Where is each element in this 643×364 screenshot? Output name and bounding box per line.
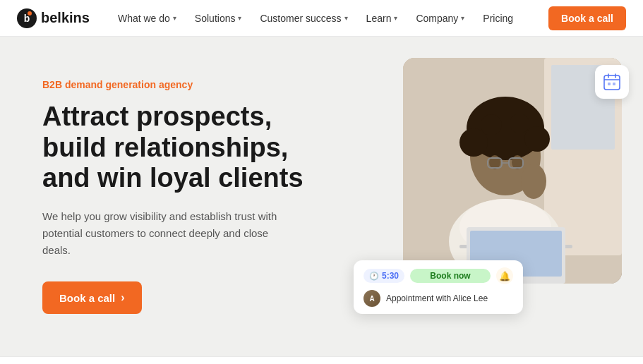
brand-name: belkins bbox=[41, 10, 90, 26]
chevron-down-icon: ▾ bbox=[344, 14, 348, 22]
hero-book-call-button[interactable]: Book a call › bbox=[42, 281, 142, 314]
chevron-down-icon: ▾ bbox=[173, 14, 176, 22]
hero-section: B2B demand generation agency Attract pro… bbox=[0, 37, 643, 356]
notif-appointment-text: Appointment with Alice Lee bbox=[386, 293, 488, 303]
arrow-right-icon: › bbox=[121, 291, 124, 304]
svg-rect-8 bbox=[613, 83, 615, 85]
avatar: A bbox=[363, 290, 380, 307]
svg-point-2 bbox=[28, 11, 32, 16]
navigation: b belkins What we do ▾ Solutions ▾ Custo… bbox=[0, 0, 643, 37]
notif-top-row: 🕐 5:30 Book now 🔔 bbox=[363, 267, 513, 284]
nav-item-learn[interactable]: Learn ▾ bbox=[358, 8, 407, 28]
calendar-icon bbox=[595, 65, 629, 99]
svg-rect-7 bbox=[608, 83, 611, 85]
hero-title: Attract prospects, build relationships, … bbox=[42, 102, 339, 194]
nav-item-company[interactable]: Company ▾ bbox=[407, 8, 473, 28]
svg-point-25 bbox=[521, 164, 546, 199]
notif-time: 🕐 5:30 bbox=[363, 269, 404, 283]
logo[interactable]: b belkins bbox=[17, 8, 90, 28]
hero-photo bbox=[403, 58, 622, 284]
notif-book-now-button[interactable]: Book now bbox=[410, 269, 491, 283]
chevron-down-icon: ▾ bbox=[394, 14, 397, 22]
nav-item-what-we-do[interactable]: What we do ▾ bbox=[109, 8, 185, 28]
hero-image-area: 🕐 5:30 Book now 🔔 A Appointment with Ali… bbox=[382, 58, 622, 335]
hero-content: B2B demand generation agency Attract pro… bbox=[42, 79, 339, 314]
svg-point-18 bbox=[510, 114, 529, 133]
svg-point-15 bbox=[459, 128, 488, 157]
bell-icon: 🔔 bbox=[496, 267, 513, 284]
nav-item-pricing[interactable]: Pricing bbox=[474, 8, 522, 28]
svg-point-17 bbox=[481, 114, 502, 135]
nav-item-solutions[interactable]: Solutions ▾ bbox=[186, 8, 251, 28]
nav-book-call-button[interactable]: Book a call bbox=[548, 6, 626, 30]
notif-bottom-row: A Appointment with Alice Lee bbox=[363, 290, 513, 307]
hero-subtitle: We help you grow visibility and establis… bbox=[42, 208, 296, 259]
nav-links: What we do ▾ Solutions ▾ Customer succes… bbox=[109, 8, 548, 28]
nav-item-customer-success[interactable]: Customer success ▾ bbox=[251, 8, 356, 28]
chevron-down-icon: ▾ bbox=[461, 14, 464, 22]
notification-card: 🕐 5:30 Book now 🔔 A Appointment with Ali… bbox=[354, 260, 523, 314]
logos-bar: C CITCON CEMTREX born & bred. M MOLE STR… bbox=[0, 356, 643, 364]
svg-rect-3 bbox=[604, 75, 620, 90]
chevron-down-icon: ▾ bbox=[238, 14, 241, 22]
clock-icon: 🕐 bbox=[369, 272, 379, 281]
hero-tag: B2B demand generation agency bbox=[42, 79, 339, 90]
svg-point-16 bbox=[524, 126, 550, 152]
